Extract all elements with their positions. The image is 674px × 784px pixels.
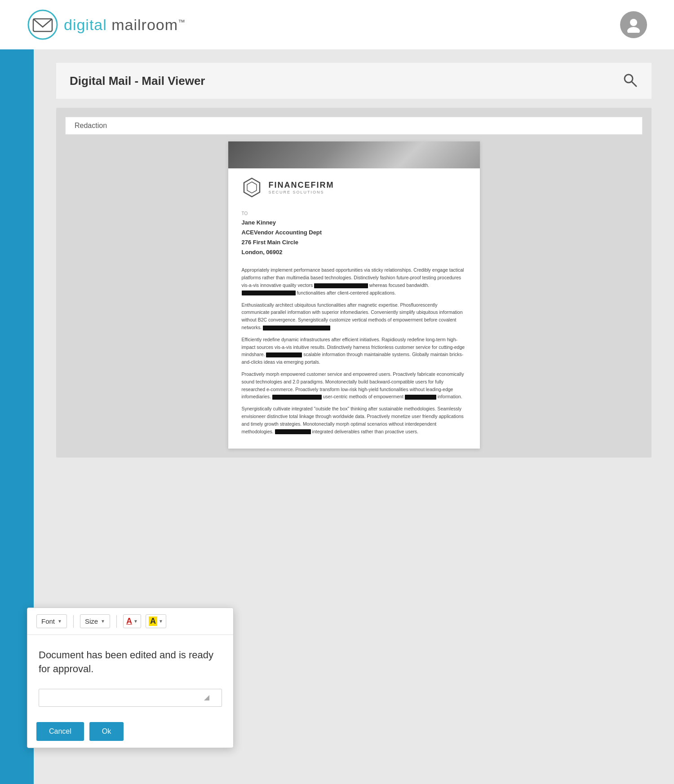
recipient-address: 276 First Main Circle — [242, 239, 298, 246]
doc-logo-area: FINANCEFIRM SECURE SOLUTIONS — [228, 168, 480, 202]
recipient-info: Jane Kinney ACEVendor Accounting Dept 27… — [242, 218, 466, 257]
svg-marker-7 — [247, 182, 257, 193]
font-color-letter: A — [126, 617, 132, 626]
page-title: Digital Mail - Mail Viewer — [70, 74, 205, 88]
paragraph-3: Efficiently redefine dynamic infrastruct… — [242, 336, 466, 366]
main-content: Digital Mail - Mail Viewer Redaction — [0, 49, 674, 784]
cancel-button[interactable]: Cancel — [36, 722, 84, 741]
svg-marker-6 — [244, 178, 260, 197]
font-highlight-button[interactable]: A ▼ — [146, 614, 166, 628]
ok-button[interactable]: Ok — [89, 722, 124, 741]
top-header: digital mailroom™ — [0, 0, 674, 49]
logo-text: digital mailroom™ — [64, 16, 186, 34]
logo-icon — [27, 9, 58, 40]
dialog-footer: Cancel Ok — [27, 715, 233, 748]
paragraph-4: Proactively morph empowered customer ser… — [242, 370, 466, 401]
dialog-text-input[interactable] — [39, 689, 222, 707]
font-highlight-chevron-icon: ▼ — [159, 619, 163, 624]
company-subtitle: SECURE SOLUTIONS — [269, 190, 334, 194]
dialog-box: Font ▼ Size ▼ A ▼ A ▼ — [27, 608, 234, 748]
recipient-org: ACEVendor Accounting Dept — [242, 229, 322, 236]
user-profile-icon[interactable] — [620, 11, 647, 38]
resize-handle-icon — [204, 695, 209, 700]
paragraph-2: Enthusiastically architect ubiquitous fu… — [242, 301, 466, 331]
redaction-bar: Redaction — [65, 117, 643, 135]
dialog-input-area — [27, 689, 233, 715]
dialog-toolbar: Font ▼ Size ▼ A ▼ A ▼ — [27, 608, 233, 635]
font-color-chevron-icon: ▼ — [133, 619, 138, 624]
font-selector[interactable]: Font ▼ — [36, 614, 67, 628]
recipient-city: London, 06902 — [242, 249, 283, 255]
paragraph-5: Synergistically cultivate integrated "ou… — [242, 405, 466, 435]
size-label: Size — [85, 617, 98, 625]
dialog-message-area: Document has been edited and is ready fo… — [27, 635, 233, 689]
dialog-overlay: Font ▼ Size ▼ A ▼ A ▼ — [27, 608, 234, 748]
recipient-name: Jane Kinney — [242, 219, 276, 226]
doc-body: TO Jane Kinney ACEVendor Accounting Dept… — [228, 202, 480, 449]
svg-point-0 — [28, 10, 57, 39]
paragraph-1: Appropriately implement performance base… — [242, 266, 466, 296]
font-color-button[interactable]: A ▼ — [123, 614, 141, 628]
to-label: TO — [242, 211, 466, 216]
company-name-area: FINANCEFIRM SECURE SOLUTIONS — [269, 181, 334, 194]
page-header: Digital Mail - Mail Viewer — [56, 63, 652, 99]
font-label: Font — [41, 617, 55, 625]
svg-point-2 — [630, 19, 637, 26]
font-highlight-letter: A — [149, 617, 157, 626]
logo-area: digital mailroom™ — [27, 9, 186, 40]
viewer-container: Redaction FINANCEFIRM SECURE SOLUTIONS — [56, 108, 652, 458]
toolbar-divider-2 — [116, 615, 117, 628]
svg-line-5 — [632, 82, 636, 86]
search-icon — [622, 72, 638, 88]
company-name: FINANCEFIRM — [269, 181, 334, 190]
font-chevron-icon: ▼ — [58, 619, 62, 624]
company-logo-icon — [242, 177, 262, 198]
right-panel: Digital Mail - Mail Viewer Redaction — [34, 49, 674, 784]
size-chevron-icon: ▼ — [101, 619, 105, 624]
svg-point-3 — [627, 27, 640, 33]
toolbar-divider — [73, 615, 74, 628]
redaction-label: Redaction — [75, 122, 107, 129]
document-page: FINANCEFIRM SECURE SOLUTIONS TO Jane Kin… — [228, 141, 480, 449]
user-avatar-icon — [625, 17, 642, 33]
dialog-message: Document has been edited and is ready fo… — [39, 648, 222, 676]
size-selector[interactable]: Size ▼ — [80, 614, 110, 628]
doc-header-graphic — [228, 141, 480, 168]
search-button[interactable] — [622, 72, 638, 90]
